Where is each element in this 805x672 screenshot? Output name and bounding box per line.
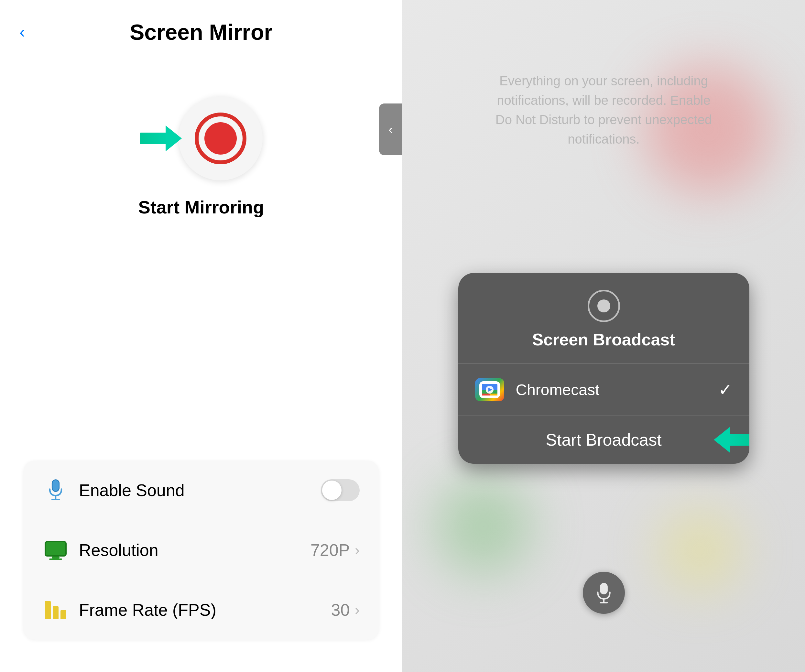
svg-rect-0 bbox=[52, 480, 59, 491]
resolution-chevron-icon: › bbox=[355, 542, 360, 558]
sound-toggle[interactable] bbox=[321, 479, 360, 501]
resolution-label: Resolution bbox=[79, 541, 310, 560]
record-dot bbox=[204, 122, 237, 154]
microphone-icon bbox=[43, 477, 69, 503]
framerate-chevron-icon: › bbox=[355, 602, 360, 618]
back-button[interactable]: ‹ bbox=[20, 22, 25, 42]
left-panel: ‹ Screen Mirror ‹ Start Mirroring bbox=[0, 0, 402, 672]
svg-rect-3 bbox=[45, 542, 66, 556]
enable-sound-row: Enable Sound bbox=[36, 460, 366, 520]
monitor-icon bbox=[43, 537, 69, 563]
sidebar-toggle[interactable]: ‹ bbox=[379, 104, 402, 155]
mirror-area: Start Mirroring bbox=[138, 96, 264, 218]
broadcast-record-dot bbox=[597, 299, 610, 312]
sound-label: Enable Sound bbox=[79, 481, 321, 500]
settings-card: Enable Sound Resolution 720P › bbox=[23, 460, 379, 640]
chromecast-app-icon bbox=[475, 378, 504, 401]
chromecast-label: Chromecast bbox=[516, 381, 718, 399]
right-panel: Everything on your screen, including not… bbox=[402, 0, 805, 672]
record-ring bbox=[195, 113, 246, 164]
modal-header: Screen Broadcast bbox=[458, 273, 749, 363]
resolution-value: 720P bbox=[310, 541, 350, 560]
broadcast-record-circle bbox=[588, 290, 620, 322]
broadcast-modal: Screen Broadcast Chromecast ✓ bbox=[458, 273, 749, 464]
arrow-left-shape bbox=[714, 429, 749, 451]
framerate-icon bbox=[43, 597, 69, 623]
arrow-left-indicator bbox=[707, 429, 749, 451]
background-blob-green bbox=[435, 478, 532, 575]
toggle-knob bbox=[322, 481, 342, 500]
framerate-value: 30 bbox=[331, 600, 350, 619]
framerate-row[interactable]: Frame Rate (FPS) 30 › bbox=[36, 580, 366, 640]
start-broadcast-label: Start Broadcast bbox=[545, 430, 661, 450]
framerate-label: Frame Rate (FPS) bbox=[79, 600, 331, 619]
chromecast-row[interactable]: Chromecast ✓ bbox=[458, 364, 749, 416]
mirror-button-row bbox=[140, 96, 263, 181]
mirror-label: Start Mirroring bbox=[138, 197, 264, 218]
modal-title: Screen Broadcast bbox=[532, 330, 675, 349]
page-title: Screen Mirror bbox=[20, 20, 383, 44]
warning-text: Everything on your screen, including not… bbox=[491, 71, 717, 149]
microphone-button[interactable] bbox=[583, 572, 625, 614]
svg-rect-6 bbox=[49, 559, 62, 560]
start-broadcast-row[interactable]: Start Broadcast bbox=[458, 416, 749, 464]
checkmark-icon: ✓ bbox=[718, 380, 733, 399]
svg-rect-5 bbox=[52, 557, 59, 559]
chevron-left-icon: ‹ bbox=[388, 122, 393, 137]
start-mirror-button[interactable] bbox=[179, 96, 263, 181]
header: ‹ Screen Mirror bbox=[0, 0, 402, 58]
background-blob-yellow bbox=[659, 510, 740, 591]
arrow-right-icon bbox=[140, 127, 182, 150]
svg-rect-14 bbox=[600, 583, 608, 595]
resolution-row[interactable]: Resolution 720P › bbox=[36, 520, 366, 580]
